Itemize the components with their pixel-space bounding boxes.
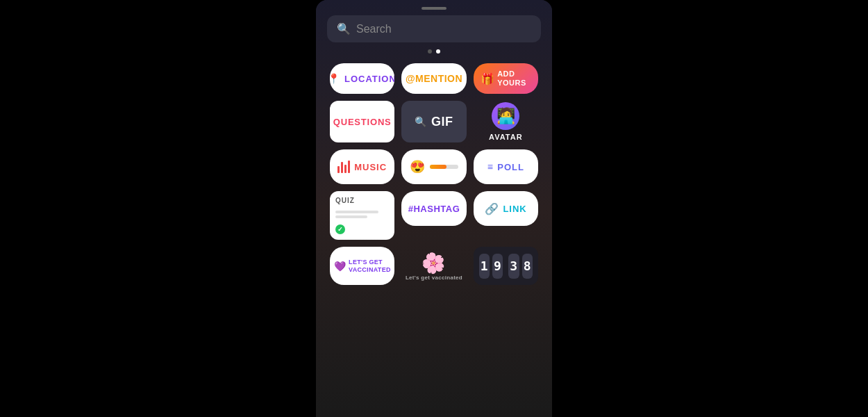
sticker-questions[interactable]: QUESTIONS <box>330 101 394 142</box>
right-background <box>552 0 868 417</box>
sticker-quiz[interactable]: QUIZ ✓ <box>330 191 394 240</box>
sticker-music[interactable]: MUSIC <box>330 149 394 184</box>
quiz-check: ✓ <box>335 224 348 234</box>
addyours-icon: 🎁 <box>481 72 495 85</box>
addyours-label: ADD YOURS <box>497 70 531 88</box>
avatar-circle: 🧑‍💻 <box>492 102 519 130</box>
emoji-face-icon: 😍 <box>410 159 426 174</box>
sticker-emoji-slider[interactable]: 😍 <box>401 149 466 184</box>
music-label: MUSIC <box>354 162 387 172</box>
sticker-countdown[interactable]: 1 9 3 8 <box>474 247 538 285</box>
mention-label: @MENTION <box>406 73 462 84</box>
sticker-poll[interactable]: ≡ POLL <box>474 149 538 184</box>
vaccinated-label: LET'S GET VACCINATED <box>349 259 391 274</box>
poll-label: POLL <box>497 162 524 172</box>
drag-handle[interactable] <box>422 7 446 10</box>
search-bar[interactable]: 🔍 Search <box>327 15 541 42</box>
sticker-link[interactable]: 🔗 LINK <box>474 191 538 226</box>
questions-label: QUESTIONS <box>333 117 392 127</box>
gif-search-icon: 🔍 <box>415 116 427 127</box>
vaccine-flower-icon: 🌸 <box>419 247 450 277</box>
sticker-addyours[interactable]: 🎁 ADD YOURS <box>474 63 538 94</box>
link-icon: 🔗 <box>485 202 499 215</box>
sticker-avatar[interactable]: 🧑‍💻 AVATAR <box>474 101 538 142</box>
link-label: LINK <box>503 204 526 214</box>
location-icon: 📍 <box>330 73 340 84</box>
gif-label: GIF <box>431 115 453 129</box>
search-placeholder: Search <box>356 23 392 35</box>
dot-2 <box>436 49 440 54</box>
quiz-check-icon: ✓ <box>335 224 345 234</box>
countdown-digit-3: 3 <box>508 254 519 279</box>
countdown-digit-4: 8 <box>522 254 533 279</box>
location-label: LOCATION <box>344 74 394 84</box>
sticker-vaccine-emoji[interactable]: 🌸 Let's get vaccinated <box>401 247 466 285</box>
panel-content: 🔍 Search 📍 LOCATION @MENTION 🎁 ADD YOURS <box>316 0 552 285</box>
quiz-title: QUIZ <box>335 197 355 204</box>
avatar-label: AVATAR <box>489 133 523 141</box>
countdown-digit-1: 1 <box>479 254 490 279</box>
page-dots <box>428 49 440 54</box>
dot-1 <box>428 49 432 54</box>
emoji-slider-bar <box>430 165 458 169</box>
sticker-hashtag[interactable]: #HASHTAG <box>401 191 466 226</box>
music-bars-icon <box>337 161 350 173</box>
hashtag-label: #HASHTAG <box>408 204 460 214</box>
sticker-mention[interactable]: @MENTION <box>401 63 466 94</box>
vaccinated-icon: 💜 <box>334 261 347 272</box>
left-background <box>0 0 316 417</box>
sticker-location[interactable]: 📍 LOCATION <box>330 63 394 94</box>
search-icon: 🔍 <box>337 22 351 35</box>
quiz-line-1 <box>335 211 378 213</box>
sticker-grid: 📍 LOCATION @MENTION 🎁 ADD YOURS QUESTION… <box>327 63 541 285</box>
quiz-lines <box>335 211 389 218</box>
sticker-panel: 🔍 Search 📍 LOCATION @MENTION 🎁 ADD YOURS <box>316 0 552 417</box>
sticker-vaccinated[interactable]: 💜 LET'S GET VACCINATED <box>330 247 394 285</box>
countdown-digit-2: 9 <box>492 254 503 279</box>
poll-icon: ≡ <box>487 161 494 172</box>
sticker-gif[interactable]: 🔍 GIF <box>401 101 466 142</box>
quiz-line-2 <box>335 215 367 218</box>
